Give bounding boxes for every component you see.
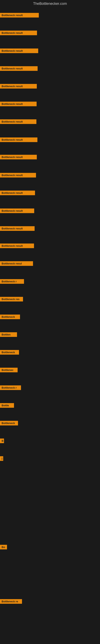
bottleneck-item-7: Bottleneck result	[0, 119, 36, 125]
bottleneck-label-27: Bo	[0, 545, 7, 550]
bottleneck-item-4: Bottleneck result	[0, 66, 38, 72]
bottleneck-label-1: Bottleneck result	[0, 13, 39, 18]
bottleneck-item-13: Bottleneck result	[0, 226, 35, 232]
bottleneck-label-8: Bottleneck result	[0, 138, 37, 142]
bottleneck-item-14: Bottleneck result	[0, 244, 34, 249]
bottleneck-label-10: Bottleneck result	[0, 173, 36, 178]
bottleneck-label-22: Bottleneck r	[0, 386, 21, 390]
bottleneck-item-8: Bottleneck result	[0, 138, 37, 143]
bottleneck-item-15: Bottleneck resul	[0, 261, 33, 267]
bottleneck-label-25: B	[0, 438, 4, 443]
bottleneck-item-1: Bottleneck result	[0, 13, 39, 18]
bottleneck-label-9: Bottleneck result	[0, 155, 37, 160]
bottleneck-item-9: Bottleneck result	[0, 155, 37, 160]
bottleneck-item-26: |	[0, 456, 3, 462]
bottleneck-label-4: Bottleneck result	[0, 66, 38, 71]
bottleneck-item-24: Bottleneck	[0, 421, 18, 426]
bottleneck-item-20: Bottleneck	[0, 350, 19, 356]
bottleneck-item-12: Bottleneck result	[0, 208, 34, 214]
bottleneck-label-14: Bottleneck result	[0, 244, 34, 248]
bottleneck-item-19: Bottlen	[0, 332, 17, 338]
bottleneck-label-26: |	[0, 456, 3, 461]
bottleneck-item-2: Bottleneck result	[0, 30, 37, 36]
bottleneck-label-28: Bottleneck re	[0, 599, 22, 604]
bottleneck-label-11: Bottleneck result	[0, 190, 35, 195]
bottleneck-label-15: Bottleneck resul	[0, 261, 33, 266]
bottleneck-item-25: B	[0, 438, 4, 444]
bottleneck-label-3: Bottleneck result	[0, 48, 38, 53]
bottleneck-label-5: Bottleneck result	[0, 84, 37, 88]
bottleneck-label-24: Bottleneck	[0, 421, 18, 426]
bottleneck-item-22: Bottleneck r	[0, 386, 21, 391]
bottleneck-item-5: Bottleneck result	[0, 84, 37, 89]
bottleneck-item-16: Bottleneck r	[0, 279, 24, 284]
bottleneck-label-2: Bottleneck result	[0, 30, 37, 35]
bottleneck-label-12: Bottleneck result	[0, 208, 34, 213]
bottleneck-label-18: Bottleneck	[0, 314, 20, 319]
bottleneck-label-23: Bottle	[0, 403, 14, 408]
bottleneck-item-21: Bottlenec	[0, 368, 18, 373]
bottleneck-label-13: Bottleneck result	[0, 226, 35, 231]
bottleneck-item-18: Bottleneck	[0, 314, 20, 320]
bottleneck-item-3: Bottleneck result	[0, 48, 38, 54]
bottleneck-label-21: Bottlenec	[0, 368, 18, 372]
bottleneck-item-17: Bottleneck res	[0, 297, 23, 302]
bottleneck-label-19: Bottlen	[0, 332, 17, 337]
bottleneck-label-20: Bottleneck	[0, 350, 19, 354]
bottleneck-item-10: Bottleneck result	[0, 173, 36, 178]
bottleneck-item-27: Bo	[0, 545, 7, 550]
bottleneck-label-17: Bottleneck res	[0, 297, 23, 302]
bottleneck-item-28: Bottleneck re	[0, 599, 22, 604]
bottleneck-label-16: Bottleneck r	[0, 279, 24, 284]
bottleneck-item-6: Bottleneck result	[0, 102, 37, 107]
site-title: TheBottlenecker.com	[0, 0, 100, 8]
bottleneck-item-23: Bottle	[0, 403, 14, 408]
bottleneck-label-7: Bottleneck result	[0, 119, 36, 124]
bottleneck-label-6: Bottleneck result	[0, 102, 37, 106]
bottleneck-item-11: Bottleneck result	[0, 190, 35, 196]
